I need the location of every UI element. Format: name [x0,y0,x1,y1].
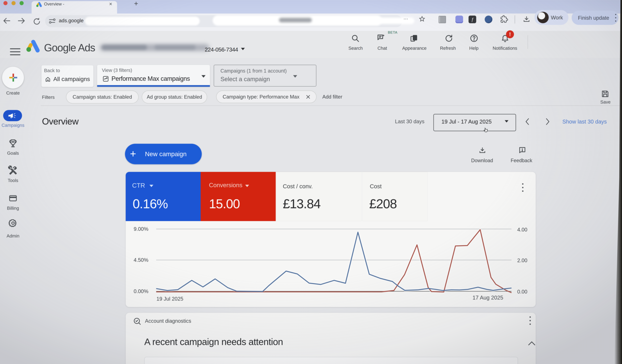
svg-text:4.00: 4.00 [517,227,527,233]
svg-text:0.00: 0.00 [517,289,527,295]
svg-text:19 Jul 2025: 19 Jul 2025 [156,296,183,302]
svg-text:0.00%: 0.00% [134,289,148,294]
svg-text:9.00%: 9.00% [134,226,148,232]
svg-text:17 Aug 2025: 17 Aug 2025 [472,295,503,301]
svg-text:4.50%: 4.50% [134,257,148,263]
svg-text:2.00: 2.00 [517,257,527,263]
